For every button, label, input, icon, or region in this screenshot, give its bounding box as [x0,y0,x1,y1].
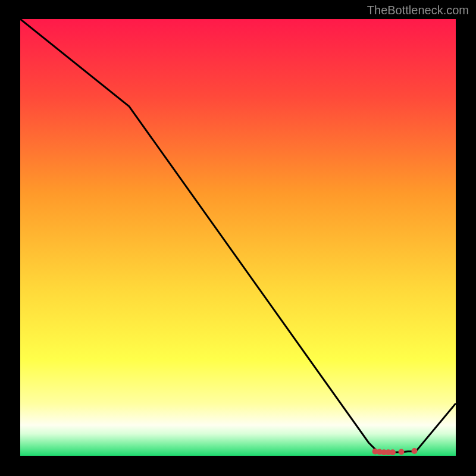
gradient-background [20,19,456,456]
attribution-text: TheBottleneck.com [367,4,469,17]
optimal-marker [399,449,405,455]
chart-container: TheBottleneck.com [0,0,476,476]
optimal-marker [390,449,396,455]
optimal-marker [411,448,417,454]
bottleneck-chart [20,19,456,456]
